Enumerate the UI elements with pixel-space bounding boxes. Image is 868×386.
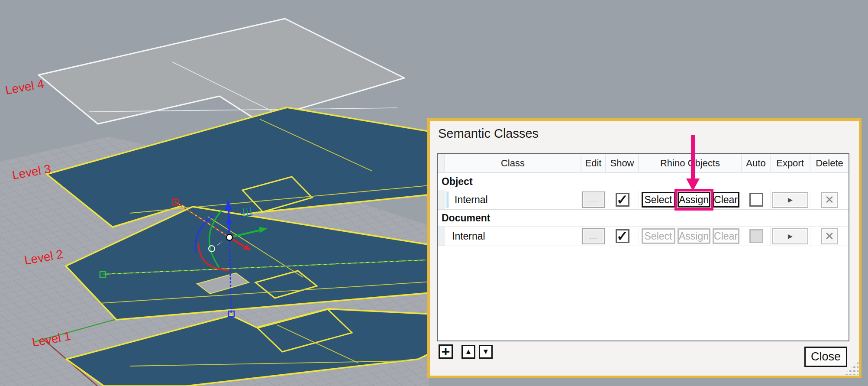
class-row-document-internal: Internal ... ✓ Select Assign Clear: [438, 226, 849, 246]
delete-button[interactable]: ✕: [821, 228, 838, 244]
auto-checkbox-unchecked[interactable]: [749, 193, 763, 207]
delete-cell: ✕: [810, 227, 849, 246]
up-triangle-icon: ▲: [465, 347, 472, 356]
down-triangle-icon: ▼: [482, 347, 490, 356]
edit-cell: ...: [581, 190, 606, 209]
auto-cell: [742, 227, 771, 246]
edit-focus-bar: [445, 191, 449, 208]
classes-table: Class Edit Show Rhino Objects Auto Expor…: [437, 153, 849, 341]
column-class: Class: [445, 154, 581, 173]
show-cell: ✓: [606, 190, 639, 209]
delete-x-icon: ✕: [825, 230, 834, 243]
export-button[interactable]: ▶: [772, 192, 808, 208]
plus-icon: +: [442, 343, 450, 360]
delete-x-icon: ✕: [825, 193, 834, 207]
delete-button[interactable]: ✕: [821, 192, 838, 208]
clear-button[interactable]: Clear: [713, 192, 739, 208]
assign-button-disabled: Assign: [678, 228, 710, 244]
move-up-button[interactable]: ▲: [461, 345, 475, 359]
export-cell: ▶: [771, 227, 810, 246]
rhino-objects-cell: Select Assign Clear: [639, 227, 742, 246]
column-export: Export: [771, 154, 810, 173]
column-rhino-objects: Rhino Objects: [639, 154, 742, 173]
auto-checkbox-disabled: [749, 229, 763, 243]
column-state: [438, 154, 445, 173]
show-cell: ✓: [606, 227, 639, 246]
column-edit: Edit: [581, 154, 606, 173]
class-name-cell[interactable]: Internal: [445, 190, 581, 209]
group-label-document: Document: [438, 210, 849, 226]
group-label-object: Object: [438, 173, 849, 190]
export-arrow-icon: ▶: [788, 196, 793, 203]
gumball-z-scale-handle[interactable]: [226, 220, 232, 225]
column-auto: Auto: [742, 154, 771, 173]
gumball-center-handle[interactable]: [226, 234, 232, 240]
move-down-button[interactable]: ▼: [479, 345, 493, 359]
export-cell: ▶: [771, 190, 810, 209]
check-icon: ✓: [616, 193, 628, 207]
auto-cell: [742, 190, 771, 209]
semantic-classes-dialog: Semantic Classes Class Edit Show Rhino O…: [427, 118, 862, 378]
delete-cell: ✕: [810, 190, 849, 209]
show-checkbox-checked[interactable]: ✓: [616, 229, 629, 243]
export-arrow-icon: ▶: [788, 233, 793, 240]
select-button[interactable]: Select: [642, 192, 675, 208]
class-name-cell[interactable]: Internal: [445, 227, 581, 246]
check-icon: ✓: [616, 229, 628, 243]
edit-class-button[interactable]: ...: [582, 191, 605, 208]
export-button[interactable]: ▶: [772, 228, 808, 244]
row-state-indicator: [438, 227, 445, 246]
column-delete: Delete: [810, 154, 849, 173]
dialog-title: Semantic Classes: [438, 127, 539, 141]
table-header-row: Class Edit Show Rhino Objects Auto Expor…: [438, 154, 849, 173]
class-name-text: Internal: [452, 230, 485, 242]
edit-cell: ...: [581, 227, 606, 246]
rhino-objects-cell: Select Assign Clear: [639, 190, 742, 209]
select-button-disabled: Select: [642, 228, 675, 244]
row-state-indicator: [438, 190, 445, 209]
close-button[interactable]: Close: [804, 347, 847, 367]
edit-class-button[interactable]: ...: [582, 228, 605, 244]
class-row-object-internal: Internal ... ✓ Select Assign: [438, 190, 849, 210]
class-name-text: Internal: [452, 194, 488, 206]
clear-button-disabled: Clear: [713, 228, 739, 244]
show-checkbox-checked[interactable]: ✓: [616, 193, 629, 207]
assign-button[interactable]: Assign: [678, 192, 710, 208]
column-show: Show: [606, 154, 639, 173]
rhino-app-window: Level 4 Level 3 Level 2 Level 1 Semantic…: [0, 0, 868, 386]
add-class-button[interactable]: +: [439, 344, 453, 359]
